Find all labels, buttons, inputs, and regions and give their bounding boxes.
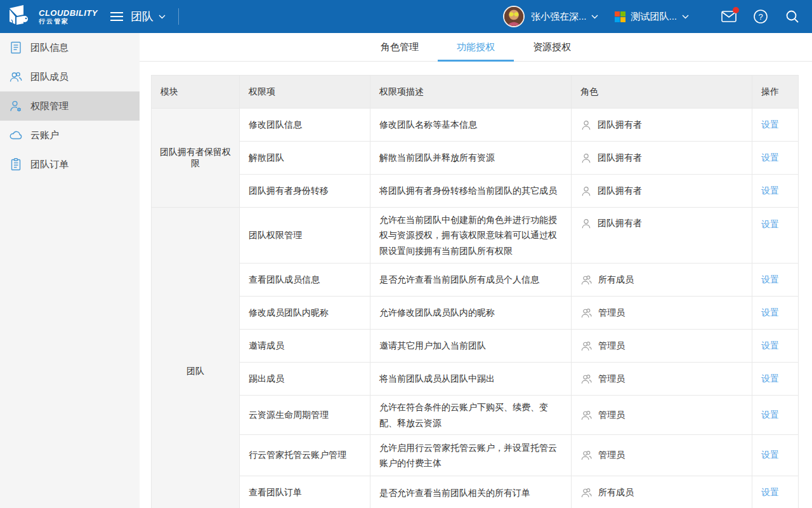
module-cell: 团队 bbox=[152, 208, 240, 508]
settings-link[interactable]: 设置 bbox=[761, 307, 779, 318]
role-label: 管理员 bbox=[598, 410, 625, 421]
action-cell: 设置 bbox=[752, 330, 799, 363]
action-cell: 设置 bbox=[752, 435, 799, 476]
role-label: 管理员 bbox=[598, 373, 625, 385]
chevron-down-icon[interactable] bbox=[591, 15, 598, 19]
sidebar-item-team-orders[interactable]: 团队订单 bbox=[0, 150, 140, 179]
table-header-row: 模块 权限项 权限项描述 角色 操作 bbox=[152, 76, 799, 109]
permission-cell: 修改团队信息 bbox=[240, 109, 370, 142]
settings-link[interactable]: 设置 bbox=[761, 340, 779, 351]
settings-link[interactable]: 设置 bbox=[761, 373, 779, 384]
users-icon bbox=[580, 373, 593, 385]
cloud-icon bbox=[9, 128, 23, 142]
search-icon bbox=[785, 10, 799, 23]
nav-team-label[interactable]: 团队 bbox=[131, 9, 154, 24]
description-cell: 解散当前团队并释放所有资源 bbox=[370, 142, 572, 175]
sidebar-item-team-members[interactable]: 团队成员 bbox=[0, 62, 140, 91]
settings-link[interactable]: 设置 bbox=[761, 450, 779, 460]
table-row: 解散团队 解散当前团队并释放所有资源 团队拥有者 设置 bbox=[152, 142, 799, 175]
table-row: 邀请成员 邀请其它用户加入当前团队 管理员 设置 bbox=[152, 330, 799, 363]
role-cell: 管理员 bbox=[572, 435, 752, 476]
description-cell: 修改团队名称等基本信息 bbox=[370, 109, 572, 142]
user-gear-icon bbox=[9, 99, 23, 113]
tab-role-management[interactable]: 角色管理 bbox=[381, 33, 419, 62]
table-row: 踢出成员 将当前团队成员从团队中踢出 管理员 设置 bbox=[152, 363, 799, 396]
role-label: 管理员 bbox=[598, 340, 625, 352]
action-cell: 设置 bbox=[752, 175, 799, 208]
table-row: 云资源生命周期管理 允许在符合条件的云账户下购买、续费、变配、释放云资源 管理员… bbox=[152, 396, 799, 435]
table-row: 行云管家托管云账户管理 允许启用行云管家托管云账户，并设置托管云账户的付费主体 … bbox=[152, 435, 799, 476]
action-cell: 设置 bbox=[752, 363, 799, 396]
sidebar-item-label: 权限管理 bbox=[30, 100, 69, 112]
table-row: 团队拥有者保留权限 修改团队信息 修改团队名称等基本信息 团队拥有者 设置 bbox=[152, 109, 799, 142]
sidebar-item-team-info[interactable]: 团队信息 bbox=[0, 33, 140, 62]
action-cell: 设置 bbox=[752, 208, 799, 264]
avatar[interactable] bbox=[503, 6, 525, 27]
column-header-role: 角色 bbox=[572, 76, 752, 109]
tab-function-authorization[interactable]: 功能授权 bbox=[457, 33, 495, 62]
tab-resource-authorization[interactable]: 资源授权 bbox=[533, 33, 571, 62]
description-cell: 是否允许查看当前团队所有成员个人信息 bbox=[370, 264, 572, 297]
action-cell: 设置 bbox=[752, 476, 799, 508]
logo-text: CLOUDBILITY 行云管家 bbox=[39, 8, 98, 25]
hamburger-icon[interactable] bbox=[110, 12, 123, 21]
settings-link[interactable]: 设置 bbox=[761, 487, 779, 497]
permission-cell: 修改成员团队内昵称 bbox=[240, 297, 370, 330]
chevron-down-icon bbox=[159, 15, 166, 19]
permission-cell: 云资源生命周期管理 bbox=[240, 396, 370, 435]
app-logo[interactable]: CLOUDBILITY 行云管家 bbox=[0, 3, 98, 30]
logo-subtitle: 行云管家 bbox=[39, 18, 98, 25]
permission-cell: 团队权限管理 bbox=[240, 208, 370, 264]
team-switcher[interactable]: 测试团队... bbox=[615, 11, 689, 23]
settings-link[interactable]: 设置 bbox=[761, 152, 779, 163]
sidebar: 团队信息 团队成员 权限管理 云账户 bbox=[0, 33, 140, 508]
settings-link[interactable]: 设置 bbox=[761, 274, 779, 284]
user-icon bbox=[580, 119, 592, 131]
users-icon bbox=[580, 307, 593, 319]
action-cell: 设置 bbox=[752, 142, 799, 175]
role-cell: 团队拥有者 bbox=[572, 109, 752, 142]
document-icon bbox=[9, 41, 23, 55]
table-row: 团队拥有者身份转移 将团队拥有者身份转移给当前团队的其它成员 团队拥有者 设置 bbox=[152, 175, 799, 208]
permissions-table-container: 模块 权限项 权限项描述 角色 操作 团队拥有者保留权限 修改团队信息 修改团队… bbox=[151, 75, 798, 508]
chevron-down-icon[interactable] bbox=[682, 15, 689, 19]
settings-link[interactable]: 设置 bbox=[761, 219, 779, 229]
module-cell: 团队拥有者保留权限 bbox=[152, 109, 240, 208]
role-label: 所有成员 bbox=[598, 274, 634, 286]
column-header-description: 权限项描述 bbox=[370, 76, 572, 109]
description-cell: 将当前团队成员从团队中踢出 bbox=[370, 363, 572, 396]
description-cell: 允许修改团队成员队内的昵称 bbox=[370, 297, 572, 330]
table-row: 查看团队成员信息 是否允许查看当前团队所有成员个人信息 所有成员 设置 bbox=[152, 264, 799, 297]
role-cell: 管理员 bbox=[572, 297, 752, 330]
mail-button[interactable] bbox=[721, 8, 737, 25]
description-cell: 将团队拥有者身份转移给当前团队的其它成员 bbox=[370, 175, 572, 208]
top-navbar: CLOUDBILITY 行云管家 团队 张小强在深 bbox=[0, 0, 812, 33]
settings-link[interactable]: 设置 bbox=[761, 410, 779, 420]
action-cell: 设置 bbox=[752, 297, 799, 330]
cloudbility-logo-icon bbox=[6, 3, 34, 30]
description-cell: 允许在符合条件的云账户下购买、续费、变配、释放云资源 bbox=[370, 396, 572, 435]
sidebar-item-permission-management[interactable]: 权限管理 bbox=[0, 91, 140, 121]
team-nav-menu[interactable]: 团队 bbox=[110, 9, 166, 24]
sidebar-item-label: 云账户 bbox=[30, 130, 59, 142]
help-button[interactable]: ? bbox=[752, 8, 769, 25]
user-icon bbox=[580, 218, 592, 229]
role-cell: 所有成员 bbox=[572, 264, 752, 297]
action-cell: 设置 bbox=[752, 109, 799, 142]
search-button[interactable] bbox=[784, 8, 801, 25]
sidebar-item-cloud-accounts[interactable]: 云账户 bbox=[0, 121, 140, 150]
action-cell: 设置 bbox=[752, 264, 799, 297]
role-label: 团队拥有者 bbox=[598, 185, 642, 197]
description-cell: 允许在当前团队中创建新的角色并进行功能授权与资源授权，拥有该权限意味着可以通过权… bbox=[370, 208, 572, 264]
permission-cell: 踢出成员 bbox=[240, 363, 370, 396]
user-menu[interactable]: 张小强在深... bbox=[503, 6, 599, 27]
users-icon bbox=[580, 340, 593, 352]
role-cell: 管理员 bbox=[572, 396, 752, 435]
help-icon: ? bbox=[753, 9, 768, 24]
settings-link[interactable]: 设置 bbox=[761, 185, 779, 196]
team-grid-icon bbox=[615, 11, 625, 22]
users-icon bbox=[580, 450, 593, 461]
settings-link[interactable]: 设置 bbox=[761, 119, 779, 130]
user-icon bbox=[580, 185, 592, 197]
role-cell: 管理员 bbox=[572, 363, 752, 396]
